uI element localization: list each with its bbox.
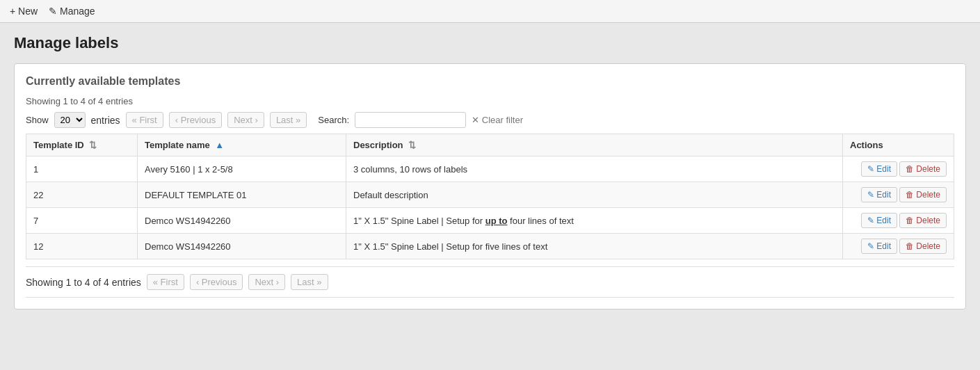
search-input[interactable] [355, 112, 466, 128]
table-row: 12Demco WS149422601" X 1.5" Spine Label … [26, 234, 954, 259]
new-button[interactable]: + New [10, 6, 38, 17]
cell-actions: ✎ Edit🗑 Delete [843, 234, 954, 259]
column-header-description[interactable]: Description ⇅ [346, 134, 843, 156]
search-label: Search: [318, 115, 349, 125]
cell-actions: ✎ Edit🗑 Delete [843, 156, 954, 182]
table-row: 22DEFAULT TEMPLATE 01Default description… [26, 182, 954, 208]
top-bar: + New ✎ Manage [0, 0, 980, 23]
cell-name: Avery 5160 | 1 x 2-5/8 [138, 156, 346, 182]
delete-button[interactable]: 🗑 Delete [899, 239, 947, 254]
entries-info-bottom: Showing 1 to 4 of 4 entries [26, 277, 141, 288]
last-button-bottom[interactable]: Last » [291, 274, 328, 290]
edit-button[interactable]: ✎ Edit [861, 239, 897, 254]
clear-filter-button[interactable]: ✕ Clear filter [472, 115, 523, 125]
section-title: Currently available templates [26, 75, 954, 88]
previous-button-top[interactable]: ‹ Previous [169, 112, 223, 128]
entries-label: entries [91, 115, 120, 126]
sort-name-icon: ▲ [215, 140, 224, 150]
next-button-bottom[interactable]: Next › [248, 274, 285, 290]
main-content: Manage labels Currently available templa… [0, 23, 980, 321]
next-button-top[interactable]: Next › [227, 112, 264, 128]
column-header-name[interactable]: Template name ▲ [138, 134, 346, 156]
first-button-top[interactable]: « First [126, 112, 163, 128]
cell-id: 22 [26, 182, 138, 208]
sort-id-icon: ⇅ [89, 140, 97, 150]
delete-button[interactable]: 🗑 Delete [899, 213, 947, 228]
sort-desc-icon: ⇅ [408, 140, 416, 150]
delete-button[interactable]: 🗑 Delete [899, 187, 947, 202]
edit-button[interactable]: ✎ Edit [861, 161, 897, 177]
delete-button[interactable]: 🗑 Delete [899, 161, 947, 177]
cell-description: Default description [346, 182, 843, 208]
page-title: Manage labels [14, 34, 966, 52]
cell-actions: ✎ Edit🗑 Delete [843, 182, 954, 208]
cell-name: Demco WS14942260 [138, 234, 346, 259]
last-button-top[interactable]: Last » [270, 112, 307, 128]
table-controls-top: Show 20 10 50 entries « First ‹ Previous… [26, 112, 954, 128]
cell-name: DEFAULT TEMPLATE 01 [138, 182, 346, 208]
previous-button-bottom[interactable]: ‹ Previous [190, 274, 243, 290]
entries-info-top: Showing 1 to 4 of 4 entries [26, 96, 954, 106]
cell-name: Demco WS14942260 [138, 208, 346, 234]
table-row: 1Avery 5160 | 1 x 2-5/83 columns, 10 row… [26, 156, 954, 182]
cell-actions: ✎ Edit🗑 Delete [843, 208, 954, 234]
edit-button[interactable]: ✎ Edit [861, 187, 897, 202]
cell-id: 7 [26, 208, 138, 234]
cell-description: 1" X 1.5" Spine Label | Setup for up to … [346, 208, 843, 234]
column-header-actions: Actions [843, 134, 954, 156]
show-select[interactable]: 20 10 50 [54, 112, 86, 128]
card: Currently available templates Showing 1 … [14, 63, 966, 309]
edit-button[interactable]: ✎ Edit [861, 213, 897, 228]
show-label: Show [26, 115, 49, 125]
table-row: 7Demco WS149422601" X 1.5" Spine Label |… [26, 208, 954, 234]
first-button-bottom[interactable]: « First [147, 274, 184, 290]
cell-id: 1 [26, 156, 138, 182]
cell-id: 12 [26, 234, 138, 259]
templates-table: Template ID ⇅ Template name ▲ Descriptio… [26, 134, 954, 259]
column-header-id[interactable]: Template ID ⇅ [26, 134, 138, 156]
table-controls-bottom: Showing 1 to 4 of 4 entries « First ‹ Pr… [26, 274, 954, 290]
manage-button[interactable]: ✎ Manage [49, 6, 95, 17]
cell-description: 1" X 1.5" Spine Label | Setup for five l… [346, 234, 843, 259]
cell-description: 3 columns, 10 rows of labels [346, 156, 843, 182]
